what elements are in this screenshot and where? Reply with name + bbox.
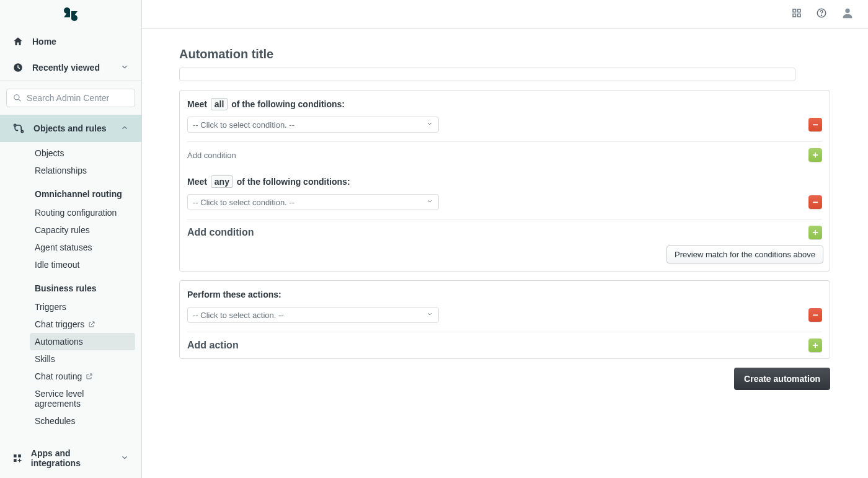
section-objects-rules[interactable]: Objects and rules bbox=[0, 115, 141, 142]
clock-icon bbox=[12, 62, 24, 73]
sidebar-item-capacity-rules[interactable]: Capacity rules bbox=[0, 221, 141, 239]
svg-rect-22 bbox=[813, 314, 818, 316]
section-apps-integrations[interactable]: Apps and integrations bbox=[0, 441, 141, 478]
profile-icon[interactable] bbox=[841, 6, 854, 22]
sidebar-item-label: Automations bbox=[35, 337, 83, 347]
sidebar-item-schedules[interactable]: Schedules bbox=[0, 412, 141, 430]
action-select[interactable]: -- Click to select action. -- bbox=[187, 307, 439, 323]
svg-rect-19 bbox=[813, 201, 818, 203]
route-icon bbox=[12, 122, 25, 135]
select-placeholder: -- Click to select condition. -- bbox=[193, 198, 294, 207]
chevron-down-icon bbox=[426, 120, 433, 130]
nav-recently-viewed[interactable]: Recently viewed bbox=[0, 55, 141, 81]
sidebar-item-label: Skills bbox=[35, 354, 55, 364]
zendesk-logo bbox=[0, 0, 141, 29]
svg-rect-12 bbox=[798, 14, 801, 17]
nav-recently-viewed-label: Recently viewed bbox=[32, 63, 100, 73]
remove-condition-button[interactable] bbox=[808, 195, 822, 209]
group-business-rules: Business rules bbox=[0, 278, 141, 296]
sidebar-item-label: Service level agreements bbox=[35, 389, 115, 409]
svg-rect-11 bbox=[793, 14, 796, 17]
nav-home-label: Home bbox=[32, 37, 56, 46]
sidebar-item-label: Schedules bbox=[35, 416, 75, 426]
sidebar-item-label: Idle timeout bbox=[35, 260, 79, 270]
svg-rect-8 bbox=[14, 459, 17, 462]
sidebar-item-relationships[interactable]: Relationships bbox=[0, 162, 141, 179]
actions-panel: Perform these actions: -- Click to selec… bbox=[179, 280, 830, 359]
sidebar-item-objects[interactable]: Objects bbox=[0, 144, 141, 162]
sidebar-item-triggers[interactable]: Triggers bbox=[0, 298, 141, 316]
sidebar-item-chat-triggers[interactable]: Chat triggers bbox=[0, 316, 141, 333]
add-condition-button[interactable] bbox=[808, 148, 822, 162]
sidebar-item-label: Triggers bbox=[35, 302, 66, 312]
add-condition-button[interactable] bbox=[808, 226, 822, 239]
conditions-panel: Meet all of the following conditions: --… bbox=[179, 90, 830, 272]
sidebar-item-label: Agent statuses bbox=[35, 242, 92, 252]
sidebar-item-label: Objects bbox=[35, 148, 64, 158]
add-action-label: Add action bbox=[187, 340, 239, 351]
sidebar-item-label: Capacity rules bbox=[35, 225, 90, 235]
text: Meet bbox=[187, 99, 207, 109]
external-link-icon bbox=[88, 321, 95, 328]
chevron-down-icon bbox=[426, 311, 433, 320]
search-input[interactable] bbox=[27, 93, 128, 103]
svg-rect-10 bbox=[798, 9, 801, 12]
condition-select[interactable]: -- Click to select condition. -- bbox=[187, 194, 439, 210]
chevron-up-icon bbox=[120, 123, 129, 134]
search-box[interactable] bbox=[6, 89, 135, 107]
nav-home[interactable]: Home bbox=[0, 29, 141, 55]
select-placeholder: -- Click to select action. -- bbox=[193, 311, 284, 320]
select-placeholder: -- Click to select condition. -- bbox=[193, 120, 294, 130]
apps-icon bbox=[12, 453, 22, 464]
svg-point-1 bbox=[71, 15, 78, 21]
svg-rect-24 bbox=[815, 343, 816, 348]
page-title: Automation title bbox=[179, 47, 831, 61]
search-icon bbox=[13, 93, 22, 103]
sidebar-item-label: Chat triggers bbox=[35, 319, 84, 329]
add-action-button[interactable] bbox=[808, 339, 822, 352]
group-omnichannel-routing: Omnichannel routing bbox=[0, 184, 141, 201]
svg-point-4 bbox=[14, 124, 16, 126]
meet-all-label: Meet all of the following conditions: bbox=[187, 99, 822, 109]
create-automation-button[interactable]: Create automation bbox=[734, 368, 830, 390]
automation-title-input[interactable] bbox=[179, 68, 795, 81]
svg-rect-7 bbox=[18, 454, 21, 458]
sidebar-item-automations[interactable]: Automations bbox=[30, 333, 135, 350]
sidebar-item-label: Routing configuration bbox=[35, 208, 117, 218]
remove-action-button[interactable] bbox=[808, 308, 822, 322]
help-icon[interactable] bbox=[816, 7, 827, 21]
svg-rect-18 bbox=[815, 153, 816, 157]
svg-point-5 bbox=[21, 130, 23, 132]
chevron-down-icon bbox=[426, 198, 433, 207]
svg-point-0 bbox=[64, 7, 70, 14]
svg-rect-6 bbox=[14, 454, 17, 458]
sidebar-item-skills[interactable]: Skills bbox=[0, 350, 141, 368]
external-link-icon bbox=[86, 373, 93, 380]
add-condition-label: Add condition bbox=[187, 227, 254, 238]
sidebar-item-routing-config[interactable]: Routing configuration bbox=[0, 204, 141, 221]
svg-point-15 bbox=[845, 8, 849, 12]
sidebar-item-chat-routing[interactable]: Chat routing bbox=[0, 368, 141, 385]
any-chip: any bbox=[211, 175, 233, 188]
text: of the following conditions: bbox=[231, 99, 345, 109]
text: Meet bbox=[187, 177, 207, 187]
svg-rect-16 bbox=[813, 124, 818, 125]
sidebar-item-agent-statuses[interactable]: Agent statuses bbox=[0, 239, 141, 256]
sidebar-item-sla[interactable]: Service level agreements bbox=[0, 385, 141, 412]
chevron-down-icon bbox=[120, 63, 129, 73]
remove-condition-button[interactable] bbox=[808, 118, 822, 131]
sidebar-item-idle-timeout[interactable]: Idle timeout bbox=[0, 256, 141, 273]
svg-rect-9 bbox=[793, 9, 796, 12]
actions-header: Perform these actions: bbox=[187, 290, 822, 299]
home-icon bbox=[12, 36, 24, 47]
section-objects-rules-label: Objects and rules bbox=[33, 123, 106, 133]
svg-rect-21 bbox=[815, 230, 816, 235]
add-condition-label: Add condition bbox=[187, 151, 236, 160]
preview-match-button[interactable]: Preview match for the conditions above bbox=[666, 246, 823, 263]
text: of the following conditions: bbox=[237, 177, 350, 187]
sidebar-item-label: Chat routing bbox=[35, 371, 82, 381]
all-chip: all bbox=[211, 98, 228, 110]
chevron-down-icon bbox=[120, 453, 129, 464]
apps-grid-icon[interactable] bbox=[791, 7, 802, 21]
condition-select[interactable]: -- Click to select condition. -- bbox=[187, 117, 439, 133]
